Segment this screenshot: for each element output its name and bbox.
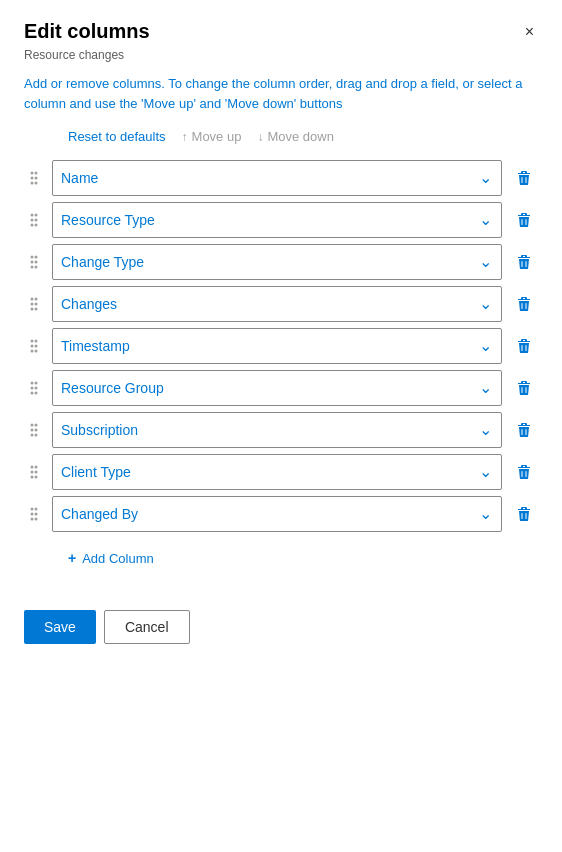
- cancel-button[interactable]: Cancel: [104, 610, 190, 644]
- svg-point-33: [35, 387, 38, 390]
- svg-point-26: [31, 345, 34, 348]
- svg-point-45: [35, 471, 38, 474]
- delete-column-button-name[interactable]: [510, 164, 538, 192]
- svg-point-21: [35, 303, 38, 306]
- column-row: Client Type: [24, 454, 538, 490]
- column-select-name[interactable]: Name: [52, 160, 502, 196]
- drag-handle-icon[interactable]: [24, 212, 44, 228]
- svg-point-27: [35, 345, 38, 348]
- delete-column-button-subscription[interactable]: [510, 416, 538, 444]
- svg-point-29: [35, 350, 38, 353]
- close-button[interactable]: ×: [521, 20, 538, 44]
- delete-column-button-client_type[interactable]: [510, 458, 538, 486]
- column-row: Resource Group: [24, 370, 538, 406]
- plus-icon: +: [68, 550, 76, 566]
- svg-point-2: [31, 177, 34, 180]
- svg-point-15: [35, 261, 38, 264]
- column-select-wrapper: Name: [52, 160, 502, 196]
- column-select-wrapper: Resource Type: [52, 202, 502, 238]
- column-select-wrapper: Client Type: [52, 454, 502, 490]
- svg-point-48: [31, 508, 34, 511]
- column-row: Name: [24, 160, 538, 196]
- svg-point-28: [31, 350, 34, 353]
- delete-column-button-resource_group[interactable]: [510, 374, 538, 402]
- delete-column-button-changed_by[interactable]: [510, 500, 538, 528]
- panel-header: Edit columns ×: [24, 20, 538, 44]
- svg-point-34: [31, 392, 34, 395]
- column-select-wrapper: Subscription: [52, 412, 502, 448]
- svg-point-19: [35, 298, 38, 301]
- svg-point-10: [31, 224, 34, 227]
- column-select-wrapper: Change Type: [52, 244, 502, 280]
- svg-point-51: [35, 513, 38, 516]
- svg-point-16: [31, 266, 34, 269]
- svg-point-9: [35, 219, 38, 222]
- column-row: Changed By: [24, 496, 538, 532]
- drag-handle-icon[interactable]: [24, 254, 44, 270]
- drag-handle-icon[interactable]: [24, 506, 44, 522]
- arrow-up-icon: ↑: [182, 130, 188, 144]
- svg-point-22: [31, 308, 34, 311]
- column-select-resource_group[interactable]: Resource Group: [52, 370, 502, 406]
- svg-point-0: [31, 172, 34, 175]
- column-row: Subscription: [24, 412, 538, 448]
- delete-column-button-change_type[interactable]: [510, 248, 538, 276]
- svg-point-53: [35, 518, 38, 521]
- move-down-button[interactable]: ↓ Move down: [257, 127, 333, 146]
- svg-point-46: [31, 476, 34, 479]
- panel-description: Add or remove columns. To change the col…: [24, 74, 538, 113]
- move-down-label: Move down: [267, 129, 333, 144]
- svg-point-43: [35, 466, 38, 469]
- svg-point-23: [35, 308, 38, 311]
- svg-point-6: [31, 214, 34, 217]
- add-column-label: Add Column: [82, 551, 154, 566]
- drag-handle-icon[interactable]: [24, 380, 44, 396]
- svg-point-8: [31, 219, 34, 222]
- column-select-resource_type[interactable]: Resource Type: [52, 202, 502, 238]
- column-select-subscription[interactable]: Subscription: [52, 412, 502, 448]
- save-label: Save: [44, 619, 76, 635]
- column-select-wrapper: Resource Group: [52, 370, 502, 406]
- columns-list: Name Resource Type Change Type Changes T…: [24, 160, 538, 532]
- svg-point-47: [35, 476, 38, 479]
- column-select-client_type[interactable]: Client Type: [52, 454, 502, 490]
- column-select-change_type[interactable]: Change Type: [52, 244, 502, 280]
- column-row: Change Type: [24, 244, 538, 280]
- svg-point-44: [31, 471, 34, 474]
- add-column-button[interactable]: + Add Column: [24, 546, 154, 570]
- column-row: Timestamp: [24, 328, 538, 364]
- move-up-button[interactable]: ↑ Move up: [182, 127, 242, 146]
- arrow-down-icon: ↓: [257, 130, 263, 144]
- close-icon: ×: [525, 23, 534, 40]
- svg-point-17: [35, 266, 38, 269]
- column-row: Resource Type: [24, 202, 538, 238]
- drag-handle-icon[interactable]: [24, 170, 44, 186]
- column-select-timestamp[interactable]: Timestamp: [52, 328, 502, 364]
- svg-point-25: [35, 340, 38, 343]
- drag-handle-icon[interactable]: [24, 296, 44, 312]
- svg-point-24: [31, 340, 34, 343]
- footer: Save Cancel: [24, 610, 538, 644]
- edit-columns-panel: Edit columns × Resource changes Add or r…: [0, 0, 562, 668]
- delete-column-button-resource_type[interactable]: [510, 206, 538, 234]
- svg-point-7: [35, 214, 38, 217]
- save-button[interactable]: Save: [24, 610, 96, 644]
- drag-handle-icon[interactable]: [24, 338, 44, 354]
- delete-column-button-changes[interactable]: [510, 290, 538, 318]
- svg-point-35: [35, 392, 38, 395]
- svg-point-3: [35, 177, 38, 180]
- drag-handle-icon[interactable]: [24, 464, 44, 480]
- column-select-changes[interactable]: Changes: [52, 286, 502, 322]
- column-select-changed_by[interactable]: Changed By: [52, 496, 502, 532]
- svg-point-14: [31, 261, 34, 264]
- svg-point-40: [31, 434, 34, 437]
- drag-handle-icon[interactable]: [24, 422, 44, 438]
- reset-defaults-button[interactable]: Reset to defaults: [68, 127, 166, 146]
- delete-column-button-timestamp[interactable]: [510, 332, 538, 360]
- svg-point-1: [35, 172, 38, 175]
- svg-point-31: [35, 382, 38, 385]
- column-select-wrapper: Timestamp: [52, 328, 502, 364]
- column-select-wrapper: Changes: [52, 286, 502, 322]
- column-row: Changes: [24, 286, 538, 322]
- svg-point-41: [35, 434, 38, 437]
